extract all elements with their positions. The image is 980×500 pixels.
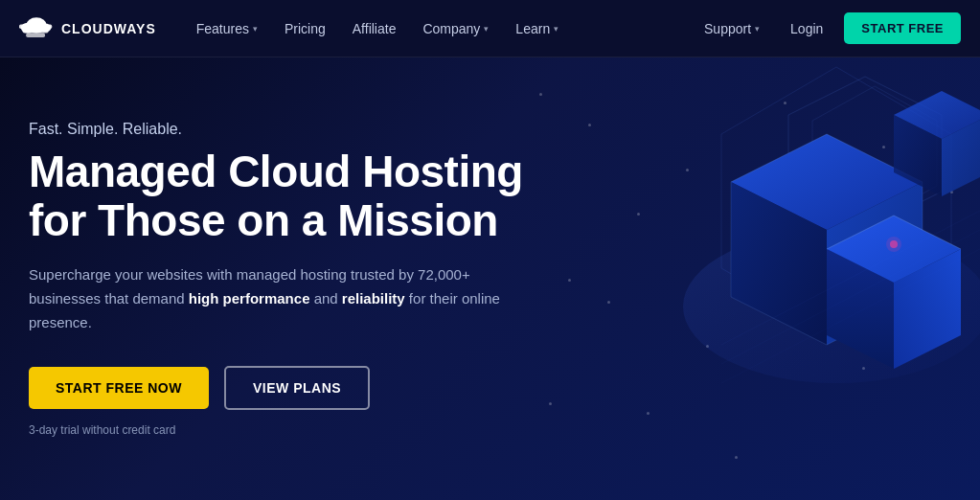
brand-name: CLOUDWAYS [61, 21, 156, 36]
nav-right: Support ▾ Login START FREE [695, 12, 961, 44]
svg-point-31 [886, 237, 901, 252]
nav-item-pricing[interactable]: Pricing [273, 15, 337, 42]
nav-item-learn[interactable]: Learn ▾ [504, 15, 570, 42]
logo-link[interactable]: CLOUDWAYS [19, 15, 156, 42]
svg-point-5 [39, 23, 52, 32]
view-plans-button[interactable]: VIEW PLANS [224, 366, 370, 410]
hero-title: Managed Cloud Hosting for Those on a Mis… [29, 148, 527, 244]
nav-support[interactable]: Support ▾ [695, 15, 769, 42]
isometric-illustration [539, 57, 980, 500]
chevron-down-icon: ▾ [755, 24, 760, 34]
main-nav: CLOUDWAYS Features ▾ Pricing Affiliate C… [0, 0, 980, 57]
nav-item-features[interactable]: Features ▾ [185, 15, 269, 42]
nav-login[interactable]: Login [777, 15, 836, 42]
start-free-now-button[interactable]: START FREE NOW [29, 367, 209, 409]
chevron-down-icon: ▾ [253, 24, 258, 34]
cloudways-logo-icon [19, 15, 54, 42]
chevron-down-icon: ▾ [484, 24, 489, 34]
chevron-down-icon: ▾ [554, 24, 558, 34]
nav-item-affiliate[interactable]: Affiliate [341, 15, 408, 42]
hero-section: Fast. Simple. Reliable. Managed Cloud Ho… [0, 57, 980, 500]
hero-graphic [539, 57, 980, 500]
nav-start-free-button[interactable]: START FREE [844, 12, 961, 44]
hero-description: Supercharge your websites with managed h… [29, 263, 527, 334]
nav-item-company[interactable]: Company ▾ [411, 15, 500, 42]
svg-rect-2 [26, 33, 45, 37]
hero-buttons: START FREE NOW VIEW PLANS [29, 366, 527, 410]
nav-links: Features ▾ Pricing Affiliate Company ▾ L… [185, 15, 695, 42]
hero-tagline: Fast. Simple. Reliable. [29, 121, 527, 138]
hero-content: Fast. Simple. Reliable. Managed Cloud Ho… [0, 121, 556, 436]
trial-notice: 3-day trial without credit card [29, 423, 527, 437]
svg-point-4 [21, 22, 34, 33]
